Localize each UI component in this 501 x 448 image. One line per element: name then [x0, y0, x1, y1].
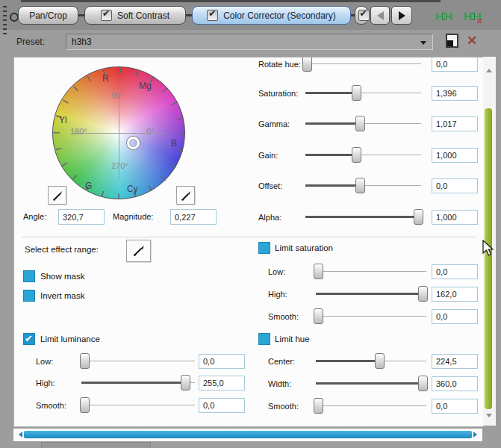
angle-input[interactable]: 320,7 — [58, 209, 105, 225]
wheel-label-b: B — [171, 138, 177, 149]
tab-pan-crop[interactable]: Pan/Crop — [18, 6, 78, 25]
limit-hue-width-slider[interactable] — [316, 376, 426, 392]
smooth-label: Smooth: — [268, 312, 316, 321]
limit-saturation-low-slider[interactable] — [316, 264, 426, 280]
rotate-hue-slider[interactable] — [305, 57, 421, 72]
limit-saturation-smooth-slider[interactable] — [316, 308, 426, 325]
slider-thumb[interactable] — [352, 85, 361, 101]
soft-contrast-enable-checkbox[interactable] — [101, 10, 112, 21]
show-mask-checkbox[interactable] — [23, 270, 35, 282]
slider-thumb[interactable] — [314, 308, 323, 324]
gain-value[interactable]: 1,000 — [432, 148, 478, 163]
limit-hue-checkbox[interactable] — [258, 333, 270, 345]
limit-luminance-high-slider[interactable] — [81, 375, 195, 391]
section-divider — [22, 237, 476, 238]
rotate-hue-label: Rotate hue: — [258, 60, 305, 69]
tab-color-corrector-secondary[interactable]: Color Corrector (Secondary) — [192, 6, 351, 25]
invert-mask-checkbox[interactable] — [23, 290, 35, 302]
preset-combobox[interactable]: h3h3 — [66, 34, 433, 50]
limit-hue-center-row: Center: 224,5 — [268, 353, 478, 370]
limit-saturation-checkbox[interactable] — [258, 242, 270, 254]
wheel-low-eyedropper-button[interactable] — [48, 186, 66, 205]
select-effect-range-eyedropper-button[interactable] — [126, 240, 151, 262]
bottom-tab-remnant — [41, 442, 151, 448]
scroll-left-icon[interactable] — [16, 432, 22, 438]
add-plugin-button[interactable] — [436, 10, 452, 22]
slider-thumb[interactable] — [414, 209, 423, 225]
limit-luminance-low-slider[interactable] — [81, 353, 195, 370]
save-preset-button[interactable] — [446, 34, 458, 48]
preset-label: Preset: — [16, 37, 45, 47]
limit-luminance-smooth-slider[interactable] — [81, 397, 195, 414]
wheel-high-eyedropper-button[interactable] — [176, 186, 195, 205]
horizontal-scrollbar-thumb[interactable] — [24, 431, 472, 438]
slider-thumb[interactable] — [352, 147, 361, 163]
limit-hue-center-value[interactable]: 224,5 — [432, 354, 478, 369]
color-wheel[interactable]: R Mg Yl B G Cy 90° 180° 0° 270° — [52, 66, 185, 199]
plugin-panel: R Mg Yl B G Cy 90° 180° 0° 270° — [13, 57, 484, 427]
slider-thumb[interactable] — [80, 397, 90, 413]
delete-preset-button[interactable]: ✕ — [467, 33, 477, 49]
slider-thumb[interactable] — [314, 264, 323, 279]
gamma-slider[interactable] — [305, 116, 421, 132]
low-label: Low: — [268, 267, 316, 276]
gamma-value[interactable]: 1,017 — [432, 116, 478, 131]
slider-thumb[interactable] — [80, 353, 90, 369]
gain-slider[interactable] — [305, 147, 421, 164]
chain-connector — [78, 14, 84, 16]
scroll-right-icon[interactable] — [473, 432, 480, 438]
limit-saturation-high-slider[interactable] — [316, 286, 426, 302]
nav-back-button[interactable] — [370, 6, 390, 25]
limit-saturation-high-value[interactable]: 162,0 — [432, 287, 478, 302]
rotate-hue-row: Rotate hue: 0,0 — [258, 57, 478, 72]
limit-saturation-low-row: Low: 0,0 — [268, 264, 478, 280]
clipped-plugin-checkbox — [358, 10, 370, 21]
alpha-label: Alpha: — [258, 213, 305, 222]
limit-hue-center-slider[interactable] — [316, 353, 426, 370]
tab-clipped-plugin[interactable] — [355, 6, 368, 25]
limit-luminance-smooth-value[interactable]: 0,0 — [199, 398, 245, 413]
limit-luminance-low-row: Low: 0,0 — [36, 353, 245, 370]
limit-hue-smooth-row: Smooth: 0,0 — [268, 398, 478, 414]
slider-thumb[interactable] — [355, 178, 365, 193]
color-corrector-enable-checkbox[interactable] — [207, 10, 218, 21]
slider-thumb[interactable] — [355, 116, 365, 131]
limit-hue-label: Limit hue — [275, 335, 310, 343]
nav-forward-button[interactable] — [391, 6, 412, 25]
alpha-slider[interactable] — [305, 209, 421, 225]
limit-hue-smooth-slider[interactable] — [316, 398, 426, 414]
magnitude-input[interactable]: 0,227 — [170, 209, 217, 225]
eyedropper-icon — [52, 190, 63, 202]
alpha-value[interactable]: 1,000 — [432, 210, 478, 225]
saturation-slider[interactable] — [305, 85, 421, 102]
slider-thumb[interactable] — [181, 375, 190, 391]
slider-thumb[interactable] — [375, 353, 385, 369]
select-effect-range-label: Select effect range: — [25, 245, 99, 254]
limit-luminance-high-value[interactable]: 255,0 — [199, 376, 245, 391]
tab-soft-contrast[interactable]: Soft Contrast — [84, 6, 186, 25]
horizontal-scrollbar[interactable] — [13, 429, 482, 441]
slider-thumb[interactable] — [314, 398, 323, 414]
vertical-scrollbar-thumb[interactable] — [485, 108, 492, 409]
scroll-down-icon[interactable] — [486, 414, 492, 420]
gamma-row: Gamma: 1,017 — [258, 116, 478, 132]
limit-luminance-low-value[interactable]: 0,0 — [199, 354, 245, 369]
tab-color-corrector-label: Color Corrector (Secondary) — [223, 10, 336, 21]
limit-luminance-checkbox[interactable] — [23, 333, 35, 345]
limit-saturation-smooth-value[interactable]: 0,0 — [432, 309, 478, 324]
offset-slider[interactable] — [305, 178, 421, 194]
limit-hue-smooth-value[interactable]: 0,0 — [432, 399, 478, 414]
drag-grip[interactable] — [3, 6, 7, 34]
saturation-value[interactable]: 1,396 — [432, 86, 478, 101]
slider-thumb[interactable] — [418, 376, 428, 391]
scroll-up-icon[interactable] — [486, 66, 492, 72]
slider-thumb[interactable] — [418, 286, 428, 302]
limit-hue-width-value[interactable]: 360,0 — [432, 376, 478, 391]
limit-saturation-low-value[interactable]: 0,0 — [432, 264, 478, 279]
rotate-hue-value[interactable]: 0,0 — [432, 57, 478, 72]
combo-dropdown-icon[interactable] — [420, 41, 426, 48]
slider-thumb[interactable] — [302, 57, 312, 72]
remove-plugin-button[interactable]: ✕ — [464, 10, 481, 22]
offset-value[interactable]: 0,0 — [432, 178, 478, 193]
wheel-position-indicator[interactable] — [127, 137, 140, 149]
